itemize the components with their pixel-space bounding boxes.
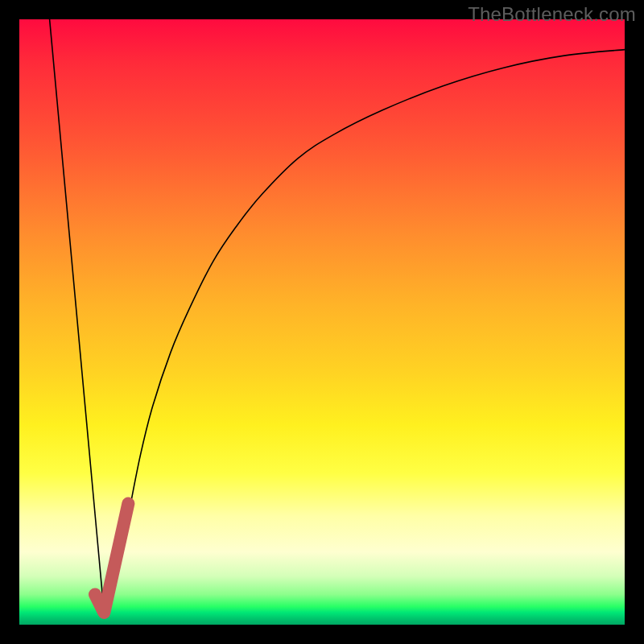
curve-overlay bbox=[19, 19, 625, 625]
series-right-branch bbox=[104, 50, 625, 613]
chart-frame: TheBottleneck.com bbox=[0, 0, 644, 644]
plot-area bbox=[19, 19, 625, 625]
series-left-branch bbox=[50, 19, 105, 613]
watermark-text: TheBottleneck.com bbox=[468, 3, 636, 26]
series-highlight-check bbox=[95, 504, 128, 613]
series-group bbox=[50, 19, 625, 613]
